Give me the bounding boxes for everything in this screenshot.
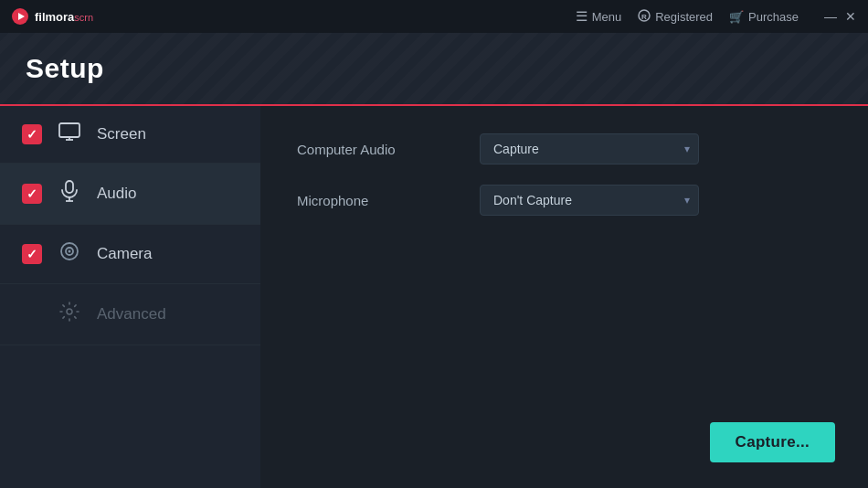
svg-rect-4 bbox=[59, 123, 79, 137]
sidebar-item-camera-label: Camera bbox=[97, 245, 152, 263]
logo: filmorascrn bbox=[11, 7, 93, 26]
svg-point-12 bbox=[69, 250, 71, 253]
audio-icon bbox=[57, 180, 82, 207]
computer-audio-row: Computer Audio Capture Don't Capture ▾ bbox=[297, 133, 831, 164]
menu-button[interactable]: ☰ Menu bbox=[576, 8, 622, 25]
content-panel: Computer Audio Capture Don't Capture ▾ M… bbox=[260, 106, 868, 488]
microphone-label: Microphone bbox=[297, 193, 480, 208]
microphone-select[interactable]: Capture Don't Capture bbox=[480, 185, 699, 216]
header: Setup bbox=[0, 33, 868, 106]
registered-label: Registered bbox=[655, 10, 713, 24]
sidebar-item-audio-label: Audio bbox=[97, 185, 136, 203]
screen-icon bbox=[57, 122, 82, 146]
computer-audio-select-wrapper: Capture Don't Capture ▾ bbox=[480, 133, 699, 164]
minimize-button[interactable]: — bbox=[824, 10, 837, 23]
purchase-button[interactable]: 🛒 Purchase bbox=[729, 10, 799, 24]
sidebar: Screen Audio bbox=[0, 106, 260, 488]
menu-icon: ☰ bbox=[576, 8, 587, 25]
svg-text:R: R bbox=[641, 13, 647, 21]
computer-audio-select[interactable]: Capture Don't Capture bbox=[480, 133, 699, 164]
microphone-select-wrapper: Capture Don't Capture ▾ bbox=[480, 185, 699, 216]
sidebar-item-screen[interactable]: Screen bbox=[0, 106, 260, 164]
menu-label: Menu bbox=[592, 10, 622, 24]
close-button[interactable]: ✕ bbox=[844, 10, 857, 23]
advanced-icon bbox=[57, 301, 82, 328]
sidebar-item-camera[interactable]: Camera bbox=[0, 225, 260, 284]
purchase-label: Purchase bbox=[748, 10, 799, 24]
title-bar: filmorascrn ☰ Menu R Registered 🛒 Purcha… bbox=[0, 0, 868, 33]
computer-audio-label: Computer Audio bbox=[297, 142, 480, 157]
logo-text: filmorascrn bbox=[35, 8, 93, 25]
app-logo-icon bbox=[11, 7, 29, 26]
registered-button[interactable]: R Registered bbox=[638, 9, 713, 25]
capture-button[interactable]: Capture... bbox=[710, 422, 835, 462]
sidebar-item-advanced[interactable]: Advanced bbox=[0, 284, 260, 345]
title-bar-controls: ☰ Menu R Registered 🛒 Purchase — ✕ bbox=[576, 8, 857, 25]
screen-checkbox[interactable] bbox=[22, 124, 42, 144]
sidebar-item-audio[interactable]: Audio bbox=[0, 164, 260, 225]
audio-checkbox[interactable] bbox=[22, 184, 42, 204]
main-content: Screen Audio bbox=[0, 106, 868, 488]
camera-checkbox[interactable] bbox=[22, 244, 42, 264]
page-title: Setup bbox=[26, 53, 104, 84]
camera-icon bbox=[57, 241, 82, 267]
svg-rect-7 bbox=[66, 181, 73, 193]
svg-point-13 bbox=[67, 309, 72, 314]
registered-icon: R bbox=[638, 9, 651, 25]
window-controls: — ✕ bbox=[824, 10, 857, 23]
sidebar-item-advanced-label: Advanced bbox=[97, 305, 166, 324]
sidebar-item-screen-label: Screen bbox=[97, 125, 146, 143]
microphone-row: Microphone Capture Don't Capture ▾ bbox=[297, 185, 831, 216]
purchase-icon: 🛒 bbox=[729, 10, 744, 24]
